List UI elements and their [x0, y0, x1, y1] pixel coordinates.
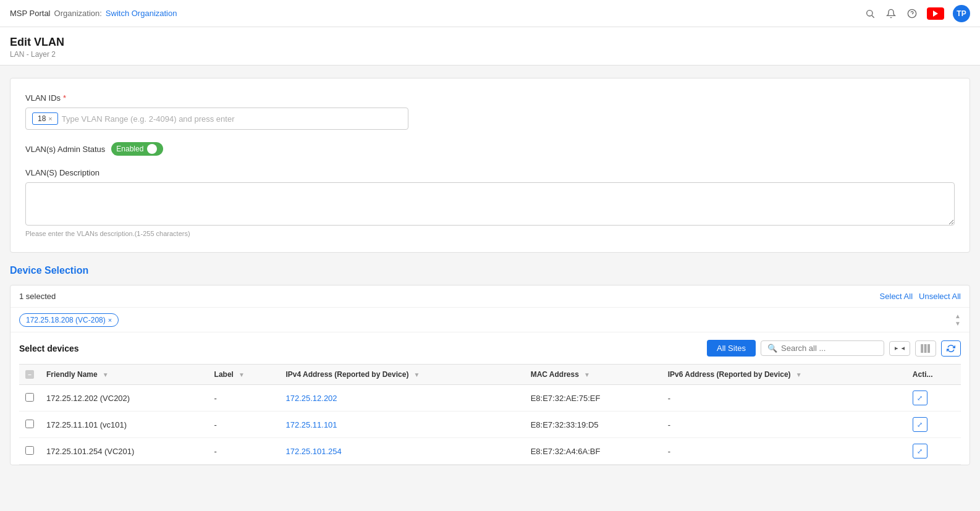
row-ipv6: - — [662, 438, 906, 465]
unselect-all-link[interactable]: Unselect All — [919, 292, 961, 301]
col-header-actions: Acti... — [906, 365, 961, 385]
ipv4-link[interactable]: 172.25.12.202 — [285, 394, 337, 403]
row-ipv4: 172.25.12.202 — [279, 385, 524, 412]
toolbar-right: All Sites 🔍 — [707, 340, 961, 357]
svg-point-0 — [867, 10, 872, 15]
main-content: VLAN IDs * 18 × Type VLAN Range (e.g. 2-… — [0, 65, 980, 478]
refresh-button[interactable] — [941, 340, 961, 357]
select-all-link[interactable]: Select All — [880, 292, 913, 301]
scroll-up-arrow[interactable]: ▲ — [955, 313, 961, 319]
switch-org-link[interactable]: Switch Organization — [106, 9, 177, 18]
row-checkbox[interactable] — [25, 446, 34, 455]
row-checkbox-cell — [19, 412, 40, 438]
svg-rect-10 — [927, 344, 930, 353]
ipv6-filter-icon[interactable]: ▼ — [796, 371, 802, 378]
svg-marker-7 — [902, 347, 905, 350]
all-sites-button[interactable]: All Sites — [707, 340, 756, 357]
selected-count: 1 selected — [19, 292, 56, 301]
row-ipv6: - — [662, 385, 906, 412]
device-tag-remove[interactable]: × — [108, 316, 112, 324]
page-subtitle: LAN - Layer 2 — [10, 50, 970, 59]
row-label: - — [208, 438, 280, 465]
device-selection-box: 1 selected Select All Unselect All 172.2… — [10, 285, 970, 465]
bell-icon[interactable] — [885, 7, 897, 20]
org-label: Organization: — [54, 9, 102, 18]
svg-rect-9 — [924, 344, 927, 353]
vlan-input-placeholder: Type VLAN Range (e.g. 2-4094) and press … — [62, 114, 235, 124]
row-label: - — [208, 385, 280, 412]
search-box: 🔍 — [761, 340, 884, 356]
row-checkbox-cell — [19, 438, 40, 465]
ipv4-link[interactable]: 172.25.11.101 — [285, 420, 337, 429]
device-selection-section: Device Selection 1 selected Select All U… — [10, 265, 970, 465]
top-nav-left: MSP Portal Organization: Switch Organiza… — [10, 9, 177, 18]
desc-textarea[interactable] — [25, 182, 955, 226]
vlan-tag-remove[interactable]: × — [48, 115, 52, 122]
avatar[interactable]: TP — [953, 5, 970, 22]
row-friendly-name: 172.25.11.101 (vc101) — [40, 412, 208, 438]
table-row: 172.25.101.254 (VC201) - 172.25.101.254 … — [19, 438, 961, 465]
search-nav-icon[interactable] — [864, 7, 876, 20]
col-header-ipv6: IPv6 Address (Reported by Device) ▼ — [662, 365, 906, 385]
help-icon[interactable] — [906, 7, 918, 20]
row-mac: E8:E7:32:AE:75:EF — [525, 385, 662, 412]
row-ipv6: - — [662, 412, 906, 438]
header-minus-icon[interactable] — [25, 370, 34, 379]
col-header-checkbox — [19, 365, 40, 385]
svg-rect-8 — [921, 344, 923, 353]
search-input[interactable] — [781, 344, 877, 353]
ipv4-link[interactable]: 172.25.101.254 — [285, 447, 341, 456]
table-area: Select devices All Sites 🔍 — [11, 332, 969, 465]
search-icon: 🔍 — [767, 344, 777, 353]
mac-filter-icon[interactable]: ▼ — [584, 371, 590, 378]
row-mac: E8:E7:32:A4:6A:BF — [525, 438, 662, 465]
columns-toggle-button[interactable] — [915, 340, 936, 357]
row-mac: E8:E7:32:33:19:D5 — [525, 412, 662, 438]
label-filter-icon[interactable]: ▼ — [239, 371, 245, 378]
col-header-label: Label ▼ — [208, 365, 280, 385]
svg-line-1 — [872, 15, 874, 18]
row-actions: ⤢ — [906, 385, 961, 412]
row-expand-button[interactable]: ⤢ — [913, 391, 927, 405]
scroll-down-arrow[interactable]: ▼ — [955, 321, 961, 327]
description-group: VLAN(S) Description Please enter the VLA… — [25, 168, 955, 237]
table-row: 172.25.12.202 (VC202) - 172.25.12.202 E8… — [19, 385, 961, 412]
top-nav: MSP Portal Organization: Switch Organiza… — [0, 0, 980, 27]
table-toolbar: Select devices All Sites 🔍 — [19, 340, 961, 357]
selected-device-tag: 172.25.18.208 (VC-208) × — [19, 313, 119, 327]
svg-marker-5 — [895, 347, 898, 350]
scroll-arrows: ▲ ▼ — [955, 313, 961, 327]
select-actions: Select All Unselect All — [880, 292, 961, 301]
col-header-ipv4: IPv4 Address (Reported by Device) ▼ — [279, 365, 524, 385]
row-checkbox[interactable] — [25, 393, 34, 402]
row-ipv4: 172.25.101.254 — [279, 438, 524, 465]
row-expand-button[interactable]: ⤢ — [913, 417, 927, 432]
youtube-icon[interactable] — [927, 7, 944, 20]
required-marker: * — [63, 93, 66, 103]
row-checkbox[interactable] — [25, 420, 34, 428]
col-header-mac: MAC Address ▼ — [525, 365, 662, 385]
admin-status-group: VLAN(s) Admin Status Enabled — [25, 142, 955, 156]
expand-columns-button[interactable] — [889, 341, 910, 356]
row-checkbox-cell — [19, 385, 40, 412]
row-actions: ⤢ — [906, 438, 961, 465]
row-expand-button[interactable]: ⤢ — [913, 444, 927, 458]
vlan-ids-label: VLAN IDs * — [25, 93, 955, 103]
msp-portal-label: MSP Portal — [10, 9, 51, 18]
form-section: VLAN IDs * 18 × Type VLAN Range (e.g. 2-… — [10, 78, 970, 253]
row-ipv4: 172.25.11.101 — [279, 412, 524, 438]
table-row: 172.25.11.101 (vc101) - 172.25.11.101 E8… — [19, 412, 961, 438]
page-title: Edit VLAN — [10, 36, 970, 49]
row-label: - — [208, 412, 280, 438]
desc-label: VLAN(S) Description — [25, 168, 955, 177]
admin-status-toggle[interactable]: Enabled — [111, 142, 163, 156]
device-selection-title: Device Selection — [10, 265, 970, 276]
desc-hint: Please enter the VLANs description.(1-25… — [25, 230, 955, 237]
admin-status-label: VLAN(s) Admin Status — [25, 145, 105, 154]
ipv4-filter-icon[interactable]: ▼ — [413, 371, 420, 378]
toggle-knob — [147, 144, 157, 154]
vlan-ids-input[interactable]: 18 × Type VLAN Range (e.g. 2-4094) and p… — [25, 108, 408, 130]
friendly-name-filter-icon[interactable]: ▼ — [103, 371, 109, 378]
vlan-ids-group: VLAN IDs * 18 × Type VLAN Range (e.g. 2-… — [25, 93, 955, 130]
devices-table: Friendly Name ▼ Label ▼ — [19, 364, 961, 465]
